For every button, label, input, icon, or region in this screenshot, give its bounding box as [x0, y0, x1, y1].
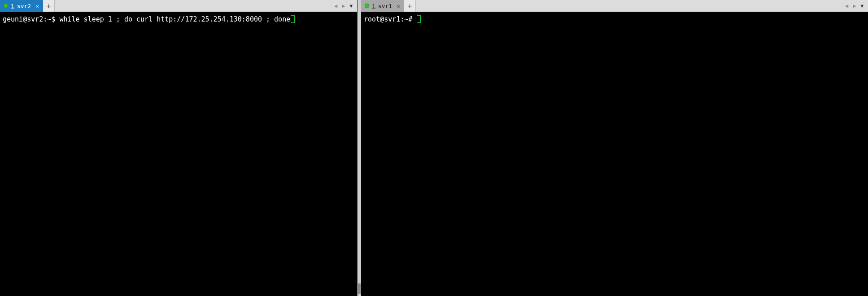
pane-divider[interactable] — [358, 0, 361, 296]
left-pane: 1 svr2 × + ◀ ▶ ▼ geuni@svr2:~$ while sle… — [0, 0, 358, 296]
terminal-left[interactable]: geuni@svr2:~$ while sleep 1 ; do curl ht… — [0, 12, 357, 296]
nav-next-icon[interactable]: ▶ — [852, 3, 857, 9]
new-tab-button[interactable]: + — [404, 0, 416, 12]
tab-svr1[interactable]: 1 svr1 × — [361, 0, 404, 12]
tab-label: svr2 — [17, 3, 31, 9]
plus-icon: + — [47, 2, 51, 10]
tab-number: 1 — [11, 3, 14, 9]
close-icon[interactable]: × — [35, 3, 39, 9]
command-text: while sleep 1 ; do curl http://172.25.25… — [59, 15, 290, 23]
left-tabbar: 1 svr2 × + ◀ ▶ ▼ — [0, 0, 357, 12]
dropdown-icon[interactable]: ▼ — [349, 3, 353, 9]
dropdown-icon[interactable]: ▼ — [859, 3, 864, 9]
cursor-icon — [417, 15, 421, 23]
right-tabbar: 1 svr1 × + ◀ ▶ ▼ — [361, 0, 868, 12]
prompt: root@svr1:~# — [364, 15, 416, 23]
nav-prev-icon[interactable]: ◀ — [333, 3, 338, 9]
cursor-icon — [291, 15, 295, 23]
status-dot-icon — [4, 4, 8, 8]
terminal-right[interactable]: root@svr1:~# — [361, 12, 868, 296]
tab-svr2[interactable]: 1 svr2 × — [0, 0, 43, 12]
status-dot-icon — [365, 4, 369, 8]
new-tab-button[interactable]: + — [43, 0, 55, 12]
nav-prev-icon[interactable]: ◀ — [844, 3, 849, 9]
tab-label: svr1 — [378, 3, 392, 9]
nav-next-icon[interactable]: ▶ — [341, 3, 346, 9]
prompt: geuni@svr2:~$ — [3, 15, 59, 23]
right-pane: 1 svr1 × + ◀ ▶ ▼ root@svr1:~# — [361, 0, 868, 296]
close-icon[interactable]: × — [397, 3, 400, 9]
plus-icon: + — [408, 2, 412, 10]
tabbar-nav-left: ◀ ▶ ▼ — [330, 0, 357, 12]
tab-number: 1 — [372, 3, 375, 9]
tabbar-nav-right: ◀ ▶ ▼ — [841, 0, 868, 12]
